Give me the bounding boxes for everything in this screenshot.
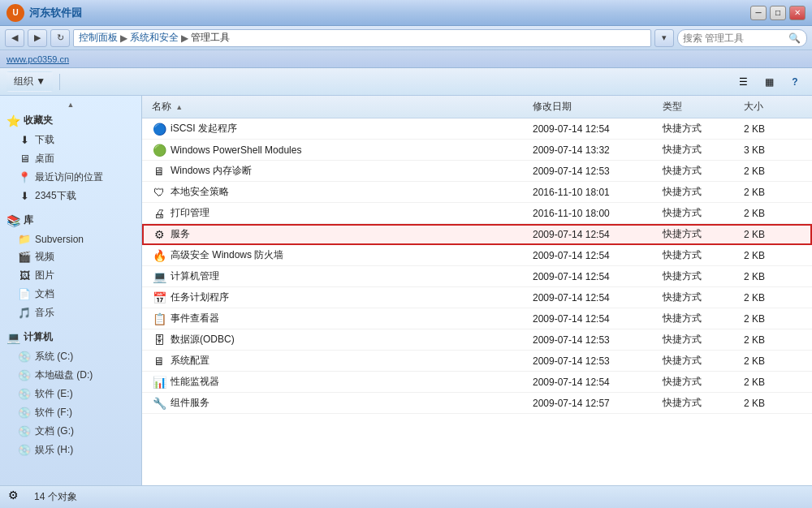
help-button[interactable]: ? xyxy=(784,73,806,91)
close-button[interactable]: ✕ xyxy=(789,6,806,20)
view-list-button[interactable]: ☰ xyxy=(732,73,754,91)
table-row[interactable]: 🗄 数据源(ODBC) 2009-07-14 12:53 快捷方式 2 KB xyxy=(142,329,812,351)
file-type: 快捷方式 xyxy=(663,164,702,178)
status-bar: ⚙ 14 个对象 xyxy=(0,485,812,508)
search-icon[interactable]: 🔍 xyxy=(788,32,801,44)
file-size-col: 2 KB xyxy=(741,119,806,138)
table-row[interactable]: 🔵 iSCSI 发起程序 2009-07-14 12:54 快捷方式 2 KB xyxy=(142,118,812,140)
file-icon: 🔧 xyxy=(152,397,166,410)
sidebar-item-2345[interactable]: ⬇ 2345下载 xyxy=(0,187,141,205)
col-date[interactable]: 修改日期 xyxy=(529,97,659,116)
table-row[interactable]: 💻 计算机管理 2009-07-14 12:54 快捷方式 2 KB xyxy=(142,266,812,287)
table-row[interactable]: ⚙ 服务 2009-07-14 12:54 快捷方式 2 KB xyxy=(142,224,812,245)
back-button[interactable]: ◀ xyxy=(5,29,24,47)
sidebar-item-pictures[interactable]: 🖼 图片 xyxy=(0,266,141,285)
table-row[interactable]: 🖥 系统配置 2009-07-14 12:53 快捷方式 2 KB xyxy=(142,351,812,372)
file-type: 快捷方式 xyxy=(663,396,702,410)
logo-text: U xyxy=(12,8,18,17)
file-icon: 🔵 xyxy=(152,123,166,136)
file-name-col: 🖥 系统配置 xyxy=(149,351,529,370)
file-size: 2 KB xyxy=(744,229,765,240)
refresh-button[interactable]: ↻ xyxy=(50,29,70,47)
file-date: 2009-07-14 12:57 xyxy=(533,398,610,409)
file-type-col: 快捷方式 xyxy=(659,246,741,265)
sidebar-item-recent[interactable]: 📍 最近访问的位置 xyxy=(0,168,141,187)
file-type-col: 快捷方式 xyxy=(659,394,741,412)
file-name-col: 🖨 打印管理 xyxy=(149,204,529,222)
table-row[interactable]: 🟢 Windows PowerShell Modules 2009-07-14 … xyxy=(142,140,812,161)
file-name-col: 🔵 iSCSI 发起程序 xyxy=(149,119,529,138)
site-url[interactable]: www.pc0359.cn xyxy=(6,54,69,64)
file-type: 快捷方式 xyxy=(663,291,702,304)
sidebar-item-g[interactable]: 💿 文档 (G:) xyxy=(0,422,141,441)
file-date-col: 2009-07-14 12:53 xyxy=(529,330,659,349)
sidebar-item-d-label: 本地磁盘 (D:) xyxy=(35,368,93,382)
file-date: 2009-07-14 12:54 xyxy=(533,292,610,304)
breadcrumb-item-2[interactable]: 系统和安全 xyxy=(130,31,179,45)
sidebar-item-music[interactable]: 🎵 音乐 xyxy=(0,304,141,322)
file-date-col: 2009-07-14 12:53 xyxy=(529,351,659,370)
sidebar-item-download[interactable]: ⬇ 下载 xyxy=(0,131,141,149)
file-name-col: 📊 性能监视器 xyxy=(149,372,529,391)
file-type: 快捷方式 xyxy=(663,312,702,325)
organize-button[interactable]: 组织 ▼ xyxy=(6,71,53,92)
file-size-col: 2 KB xyxy=(741,246,806,265)
sidebar-item-docs[interactable]: 📄 文档 xyxy=(0,285,141,304)
app-logo: U xyxy=(6,4,24,22)
file-type: 快捷方式 xyxy=(663,122,702,136)
search-input[interactable] xyxy=(683,32,788,44)
sidebar: ▲ ⭐ 收藏夹 ⬇ 下载 🖥 桌面 📍 最近访问的位置 ⬇ 2345下载 xyxy=(0,96,142,485)
table-row[interactable]: 📊 性能监视器 2009-07-14 12:54 快捷方式 2 KB xyxy=(142,372,812,393)
file-size: 2 KB xyxy=(744,377,765,388)
sidebar-item-video[interactable]: 🎬 视频 xyxy=(0,248,141,266)
sidebar-item-subversion[interactable]: 📁 Subversion xyxy=(0,230,141,248)
library-icon: 📚 xyxy=(6,214,20,227)
sidebar-item-c[interactable]: 💿 系统 (C:) xyxy=(0,347,141,366)
table-row[interactable]: 🔥 高级安全 Windows 防火墙 2009-07-14 12:54 快捷方式… xyxy=(142,245,812,266)
breadcrumb-item-1[interactable]: 控制面板 xyxy=(79,31,118,45)
file-date: 2009-07-14 12:53 xyxy=(533,334,610,346)
status-count: 14 个对象 xyxy=(34,490,77,504)
recent-icon: 📍 xyxy=(18,171,31,183)
sidebar-item-docs-label: 文档 xyxy=(35,287,54,301)
col-name[interactable]: 名称 ▲ xyxy=(149,97,529,116)
file-type-col: 快捷方式 xyxy=(659,351,741,370)
file-date-col: 2009-07-14 12:54 xyxy=(529,119,659,138)
library-section: 📚 库 📁 Subversion 🎬 视频 🖼 图片 📄 文档 🎵 音乐 xyxy=(0,210,141,322)
forward-button[interactable]: ▶ xyxy=(28,29,47,47)
computer-label: 计算机 xyxy=(24,330,53,344)
table-row[interactable]: 🖥 Windows 内存诊断 2009-07-14 12:53 快捷方式 2 K… xyxy=(142,161,812,182)
table-row[interactable]: 🖨 打印管理 2016-11-10 18:00 快捷方式 2 KB xyxy=(142,203,812,224)
file-size: 2 KB xyxy=(744,271,765,282)
file-size-col: 2 KB xyxy=(741,394,806,412)
sidebar-item-desktop[interactable]: 🖥 桌面 xyxy=(0,149,141,168)
col-size[interactable]: 大小 xyxy=(741,97,806,116)
sidebar-item-h[interactable]: 💿 娱乐 (H:) xyxy=(0,441,141,459)
file-size-col: 2 KB xyxy=(741,161,806,180)
sidebar-item-f[interactable]: 💿 软件 (F:) xyxy=(0,403,141,422)
table-row[interactable]: 📋 事件查看器 2009-07-14 12:54 快捷方式 2 KB xyxy=(142,308,812,329)
dropdown-button[interactable]: ▾ xyxy=(654,29,674,47)
sidebar-item-h-label: 娱乐 (H:) xyxy=(35,443,73,457)
sidebar-item-d[interactable]: 💿 本地磁盘 (D:) xyxy=(0,366,141,385)
main-content: ▲ ⭐ 收藏夹 ⬇ 下载 🖥 桌面 📍 最近访问的位置 ⬇ 2345下载 xyxy=(0,96,812,485)
sub-address-bar: www.pc0359.cn xyxy=(0,50,812,68)
table-row[interactable]: 📅 任务计划程序 2009-07-14 12:54 快捷方式 2 KB xyxy=(142,287,812,308)
table-row[interactable]: 🔧 组件服务 2009-07-14 12:57 快捷方式 2 KB xyxy=(142,393,812,414)
file-date-col: 2009-07-14 12:54 xyxy=(529,267,659,286)
file-date-col: 2009-07-14 12:53 xyxy=(529,161,659,180)
sidebar-scroll-up[interactable]: ▲ xyxy=(0,99,141,110)
view-grid-button[interactable]: ▦ xyxy=(758,73,780,91)
maximize-button[interactable]: □ xyxy=(770,6,786,20)
sidebar-item-e[interactable]: 💿 软件 (E:) xyxy=(0,385,141,403)
sidebar-item-2345-label: 2345下载 xyxy=(35,189,76,203)
sidebar-item-f-label: 软件 (F:) xyxy=(35,406,72,420)
col-type[interactable]: 类型 xyxy=(659,97,741,116)
file-size: 2 KB xyxy=(744,250,765,261)
minimize-button[interactable]: ─ xyxy=(750,6,767,20)
file-date: 2009-07-14 12:53 xyxy=(533,355,610,367)
file-icon: 🟢 xyxy=(152,144,166,157)
file-size: 2 KB xyxy=(744,208,765,219)
file-type: 快捷方式 xyxy=(663,143,702,157)
table-row[interactable]: 🛡 本地安全策略 2016-11-10 18:01 快捷方式 2 KB xyxy=(142,182,812,203)
